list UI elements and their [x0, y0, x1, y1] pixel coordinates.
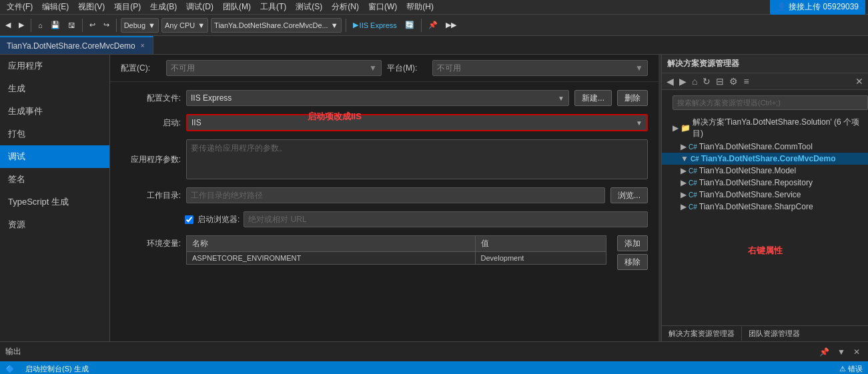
- sidebar-item-application[interactable]: 应用程序: [0, 55, 109, 77]
- tab-label: TianYa.DotNetShare.CoreMvcDemo: [7, 41, 135, 51]
- right-panel-search-area: [662, 90, 868, 115]
- solution-tab[interactable]: 解决方案资源管理器: [662, 327, 742, 341]
- project-dropdown[interactable]: TianYa.DotNetShare.CoreMvcDe... ▼: [211, 18, 341, 33]
- solution-explorer-search[interactable]: [673, 95, 868, 110]
- rp-back-btn[interactable]: ◀: [665, 75, 676, 87]
- menu-team[interactable]: 团队(M): [219, 0, 255, 14]
- forward-button[interactable]: ▶: [16, 19, 27, 31]
- browser-url-input[interactable]: [244, 211, 648, 227]
- sidebar-item-build-events[interactable]: 生成事件: [0, 100, 109, 123]
- team-tab[interactable]: 团队资源管理器: [742, 327, 807, 341]
- connect-upload-button[interactable]: 👤 接接上传 05929039: [770, 0, 865, 15]
- tree-item-commtool[interactable]: ▶ C# TianYa.DotNetShare.CommTool: [662, 141, 868, 153]
- menu-file[interactable]: 文件(F): [3, 0, 37, 14]
- commtool-expand-icon: ▶: [681, 142, 687, 151]
- tree-item-model[interactable]: ▶ C# TianYa.DotNetShare.Model: [662, 165, 868, 177]
- launch-label: 启动:: [121, 117, 181, 129]
- sidebar-item-typescript[interactable]: TypeScript 生成: [0, 191, 109, 213]
- home-button[interactable]: ⌂: [35, 20, 45, 31]
- pin-button[interactable]: ▶▶: [443, 19, 459, 31]
- profile-dropdown[interactable]: IIS Express▼: [186, 90, 569, 106]
- sidebar-item-debug[interactable]: 调试: [0, 145, 109, 168]
- output-minimize-button[interactable]: ▼: [835, 346, 848, 358]
- menu-edit[interactable]: 编辑(E): [38, 0, 73, 14]
- env-col-name: 名称: [187, 236, 476, 252]
- menu-test[interactable]: 测试(S): [292, 0, 326, 14]
- env-table: 名称 值 ASPNETCORE_ENVIRONMENT Development: [186, 235, 606, 265]
- env-vars-area: 名称 值 ASPNETCORE_ENVIRONMENT Development: [186, 235, 606, 265]
- repo-expand-icon: ▶: [681, 178, 687, 187]
- sharp-expand-icon: ▶: [681, 202, 687, 211]
- right-panel-bottom-tabs: 解决方案资源管理器 团队资源管理器: [662, 325, 868, 341]
- save-all-button[interactable]: 🖫: [65, 20, 78, 31]
- content-area: 配置(C): 不可用▼ 平台(M): 不可用▼ 配置文件: IIS Expres…: [110, 55, 659, 341]
- refresh-button[interactable]: 🔄: [402, 19, 417, 31]
- launch-browser-checkbox[interactable]: [185, 215, 193, 224]
- rp-more-btn[interactable]: ≡: [741, 75, 751, 87]
- undo-button[interactable]: ↩: [87, 19, 98, 31]
- workdir-input[interactable]: [186, 187, 605, 203]
- tree-item-repository[interactable]: ▶ C# TianYa.DotNetShare.Repository: [662, 177, 868, 189]
- back-button[interactable]: ◀: [3, 19, 13, 31]
- config-dropdown[interactable]: 不可用▼: [166, 60, 382, 76]
- browse-button[interactable]: 浏览...: [610, 187, 648, 203]
- right-panel: 解决方案资源管理器 ◀ ▶ ⌂ ↻ ⊟ ⚙ ≡ ✕ ▶ 📁 解决方案'TianY…: [661, 55, 868, 341]
- rp-collapse-btn[interactable]: ⊟: [714, 75, 726, 87]
- env-vars-label: 环境变量:: [121, 235, 181, 249]
- form-content: 配置文件: IIS Express▼ 新建... 删除 启动: IIS ▼ 启动…: [110, 82, 659, 341]
- debug-config-dropdown[interactable]: Debug ▼: [121, 18, 159, 33]
- sidebar-item-package[interactable]: 打包: [0, 123, 109, 145]
- redo-button[interactable]: ↪: [101, 19, 112, 31]
- model-expand-icon: ▶: [681, 166, 687, 175]
- commtool-label: TianYa.DotNetShare.CommTool: [699, 142, 813, 151]
- output-close-button[interactable]: ✕: [851, 346, 863, 358]
- service-label: TianYa.DotNetShare.Service: [699, 190, 801, 199]
- extra-button[interactable]: 📌: [426, 19, 440, 31]
- cpu-dropdown[interactable]: Any CPU ▼: [161, 18, 208, 33]
- status-bar: 🔷 启动控制台(S) 生成 ⚠ 错误: [0, 361, 868, 374]
- rp-home-btn[interactable]: ⌂: [690, 75, 699, 87]
- env-table-row[interactable]: ASPNETCORE_ENVIRONMENT Development: [187, 252, 606, 265]
- main-tab[interactable]: TianYa.DotNetShare.CoreMvcDemo ×: [0, 36, 153, 54]
- menu-debug[interactable]: 调试(D): [182, 0, 218, 14]
- rp-forward-btn[interactable]: ▶: [677, 75, 689, 87]
- tree-item-solution[interactable]: ▶ 📁 解决方案'TianYa.DotNetShare.Solution' (6…: [662, 115, 868, 141]
- sidebar-item-build[interactable]: 生成: [0, 77, 109, 100]
- rp-close-btn[interactable]: ✕: [853, 75, 865, 87]
- sidebar-item-signing[interactable]: 签名: [0, 168, 109, 191]
- menu-help[interactable]: 帮助(H): [402, 0, 438, 14]
- output-pin-button[interactable]: 📌: [817, 346, 832, 358]
- tree-item-coremvcdemo[interactable]: ▼ C# TianYa.DotNetShare.CoreMvcDemo: [662, 153, 868, 165]
- service-expand-icon: ▶: [681, 190, 687, 199]
- new-profile-button[interactable]: 新建...: [574, 90, 612, 106]
- menu-tools[interactable]: 工具(T): [256, 0, 290, 14]
- right-click-annotation: 右键属性: [748, 245, 783, 255]
- env-col-value: 值: [475, 236, 606, 252]
- menu-project[interactable]: 项目(P): [110, 0, 145, 14]
- tab-close-button[interactable]: ×: [139, 41, 146, 50]
- tree-item-service[interactable]: ▶ C# TianYa.DotNetShare.Service: [662, 189, 868, 201]
- save-button[interactable]: 💾: [48, 19, 63, 31]
- sidebar-item-resources[interactable]: 资源: [0, 213, 109, 236]
- app-params-row: 应用程序参数:: [121, 139, 648, 179]
- platform-dropdown[interactable]: 不可用▼: [432, 60, 648, 76]
- sidebar: 应用程序 生成 生成事件 打包 调试 签名 TypeScript 生成 资源: [0, 55, 110, 341]
- solution-expand-icon: ▶: [673, 123, 679, 133]
- menu-view[interactable]: 视图(V): [74, 0, 109, 14]
- tree-item-sharpcore[interactable]: ▶ C# TianYa.DotNetShare.SharpCore: [662, 201, 868, 213]
- rp-refresh-btn[interactable]: ↻: [701, 75, 713, 87]
- solution-tree: ▶ 📁 解决方案'TianYa.DotNetShare.Solution' (6…: [662, 115, 868, 325]
- delete-profile-button[interactable]: 删除: [617, 90, 648, 106]
- commtool-project-icon: C#: [689, 143, 697, 151]
- launch-browser-label: 启动浏览器:: [197, 214, 240, 225]
- add-env-button[interactable]: 添加: [617, 235, 648, 251]
- menu-analyze[interactable]: 分析(N): [328, 0, 363, 14]
- launch-dropdown[interactable]: IIS ▼: [186, 114, 648, 131]
- browser-row: 启动浏览器:: [121, 211, 648, 227]
- start-button[interactable]: ▶ IIS Express: [350, 19, 400, 31]
- app-params-input[interactable]: [186, 139, 648, 179]
- menu-build[interactable]: 生成(B): [146, 0, 181, 14]
- remove-env-button[interactable]: 移除: [617, 254, 648, 270]
- menu-window[interactable]: 窗口(W): [364, 0, 401, 14]
- rp-settings-btn[interactable]: ⚙: [727, 75, 740, 87]
